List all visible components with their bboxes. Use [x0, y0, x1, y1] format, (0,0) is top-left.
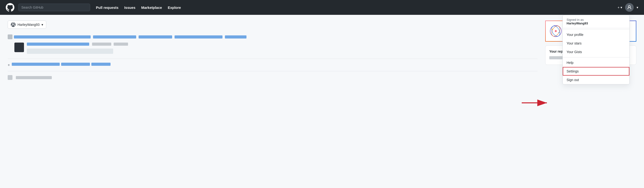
divider-1	[8, 59, 538, 59]
divider-2	[8, 71, 538, 71]
feed-sub-item	[14, 43, 538, 54]
chevron-down-icon: ▾	[620, 5, 622, 9]
dropdown-item-settings[interactable]: Settings	[563, 67, 629, 76]
plus-icon: +	[618, 5, 620, 9]
svg-point-5	[558, 32, 559, 33]
arrow-indicator	[522, 98, 550, 108]
feed-item-1	[8, 34, 538, 54]
search-input[interactable]	[18, 3, 90, 11]
dropdown-item-gists[interactable]: Your Gists	[563, 48, 629, 56]
header-actions: + ▾ ▾	[618, 3, 638, 12]
feed-add-item: +	[8, 63, 538, 67]
nav-marketplace[interactable]: Marketplace	[141, 5, 162, 9]
dropdown-divider-1	[563, 29, 629, 29]
dropdown-item-help[interactable]: Help	[563, 58, 629, 67]
nav-pull-requests[interactable]: Pull requests	[96, 5, 118, 9]
dropdown-divider-2	[563, 57, 629, 57]
nav-issues[interactable]: Issues	[124, 5, 136, 9]
promo-logo	[550, 25, 562, 37]
dropdown-item-stars[interactable]: Your stars	[563, 39, 629, 48]
caret-icon: ▾	[42, 23, 43, 26]
nav-explore[interactable]: Explore	[168, 5, 181, 9]
user-selector[interactable]: HarleyWang93 ▾	[8, 20, 46, 29]
user-selector-avatar	[11, 22, 16, 27]
add-icon: +	[8, 63, 10, 67]
feed-area: HarleyWang93 ▾	[8, 20, 538, 182]
signed-in-label: Signed in as	[566, 18, 626, 21]
user-avatar-button[interactable]	[625, 3, 634, 12]
dropdown-item-profile[interactable]: Your profile	[563, 30, 629, 39]
dropdown-username: HarleyWang93	[566, 21, 626, 25]
svg-point-3	[555, 30, 557, 32]
app-header: Pull requests Issues Marketplace Explore…	[0, 0, 644, 15]
dropdown-header: Signed in as HarleyWang93	[563, 15, 629, 28]
user-selector-name: HarleyWang93	[18, 23, 40, 26]
github-logo[interactable]	[6, 3, 14, 12]
chevron-down-icon-user: ▾	[636, 5, 638, 9]
svg-point-4	[552, 29, 552, 30]
header-nav: Pull requests Issues Marketplace Explore	[96, 5, 618, 9]
dropdown-item-signout[interactable]: Sign out	[563, 76, 629, 84]
user-dropdown-menu: Signed in as HarleyWang93 Your profile Y…	[562, 15, 630, 85]
new-item-button[interactable]: + ▾	[618, 5, 622, 9]
